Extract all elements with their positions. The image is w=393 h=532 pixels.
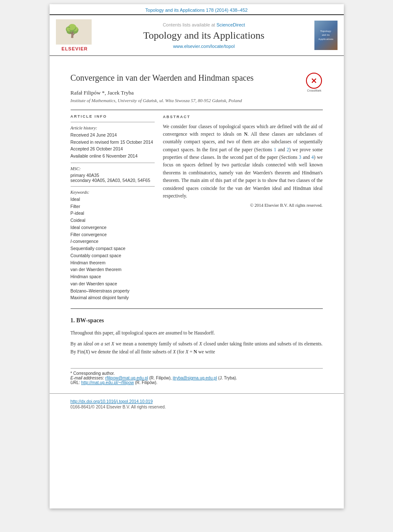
elsevier-logo: ELSEVIER [56,19,94,51]
abstract-text: We consider four classes of topological … [163,123,323,200]
journal-cover: Topology and its Applications [314,21,338,50]
journal-header: ELSEVIER Contents lists available at Sci… [50,14,344,56]
contents-available: Contents lists available at ScienceDirec… [98,22,310,27]
article-info-abstract: ARTICLE INFO Article history: Received 2… [71,114,323,302]
article-info-label: ARTICLE INFO [71,114,155,119]
issn-text: 0166-8641/© 2014 Elsevier B.V. All right… [71,405,323,409]
revised-date: Received in revised form 15 October 2014 [71,139,155,145]
header-divider [71,110,323,110]
authors: Rafał Filipów *, Jacek Tryba [71,90,323,96]
journal-center-info: Contents lists available at ScienceDirec… [98,22,310,49]
msc-block: MSC: primary 40A35 secondary 40A05, 26A0… [71,166,155,183]
section1-header: 1. BW-spaces [71,317,323,324]
url-link[interactable]: http://mat.ug.edu.pl/~rfilipow [81,380,134,385]
copyright-notice: © 2014 Elsevier B.V. All rights reserved… [163,202,323,209]
abstract-col: ABSTRACT We consider four classes of top… [163,114,323,302]
science-direct-link[interactable]: ScienceDirect [216,22,245,27]
msc-divider [71,163,155,163]
abstract-divider [71,308,323,309]
section1-para2: By an ideal on a set X we mean a nonempt… [71,340,323,356]
doi-area: http://dx.doi.org/10.1016/j.topol.2014.1… [50,393,344,413]
email2-link[interactable]: jtryba@sigma.ug.edu.pl [173,376,217,380]
doi-link[interactable]: http://dx.doi.org/10.1016/j.topol.2014.1… [71,399,153,404]
journal-ref-text: Topology and its Applications 178 (2014)… [145,8,248,13]
journal-url: www.elsevier.com/locate/topol [98,44,310,49]
accepted-date: Accepted 26 October 2014 [71,146,155,152]
article-info-col: ARTICLE INFO Article history: Received 2… [71,114,155,302]
journal-title: Topology and its Applications [98,30,310,41]
received-date: Received 24 June 2014 [71,132,155,138]
article-history: Article history: Received 24 June 2014 R… [71,126,155,159]
footnote-corresponding: * Corresponding author. [71,371,323,376]
email1-link[interactable]: rfilipow@mat.ug.edu.pl [105,376,148,380]
affiliation: Institute of Mathematics, University of … [71,98,323,103]
footnote-area: * Corresponding author. E-mail addresses… [71,368,323,385]
abstract-label: ABSTRACT [163,114,323,120]
keywords-divider [71,186,155,187]
article-title: Convergence in van der Waerden and Hindm… [71,72,300,84]
available-date: Available online 6 November 2014 [71,153,155,159]
msc-primary: primary 40A35 [71,173,155,178]
footnote-emails: E-mail addresses: rfilipow@mat.ug.edu.pl… [71,376,323,380]
journal-reference: Topology and its Applications 178 (2014)… [50,4,344,14]
content-area: Convergence in van der Waerden and Hindm… [50,56,344,393]
info-divider [71,122,155,122]
msc-secondary: secondary 40A05, 26A03, 54A20, 54F65 [71,178,155,183]
keywords-list: Keywords: Ideal Filter P-ideal Coideal I… [71,190,155,301]
elsevier-brand: ELSEVIER [56,46,94,51]
footnote-url: URL: http://mat.ug.edu.pl/~rfilipow (R. … [71,380,323,385]
section1-para1: Throughout this paper, all topological s… [71,329,323,337]
crossmark-badge[interactable]: ⨯ CrossMark [306,73,323,90]
journal-thumbnail: Topology and its Applications [314,21,338,50]
elsevier-tree-image [56,19,92,45]
page: Topology and its Applications 178 (2014)… [50,4,344,508]
